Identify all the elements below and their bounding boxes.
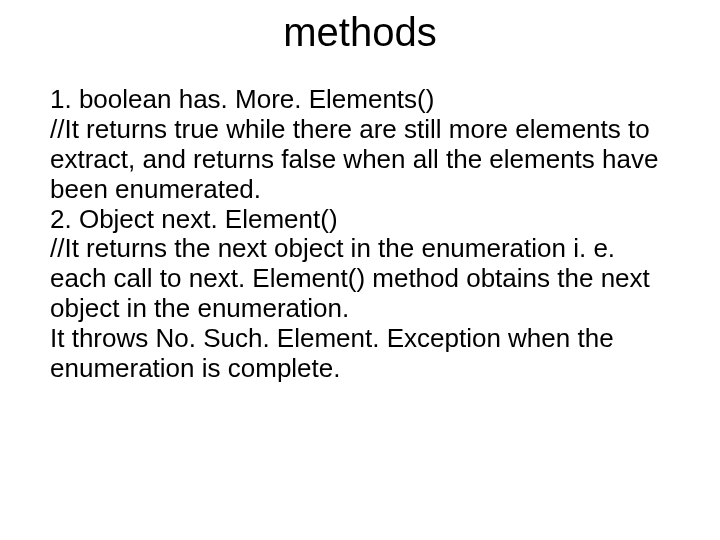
body-line-1: 1. boolean has. More. Elements() (50, 85, 660, 115)
slide-title: methods (0, 0, 720, 85)
body-line-5: It throws No. Such. Element. Exception w… (50, 324, 660, 384)
slide: methods 1. boolean has. More. Elements()… (0, 0, 720, 540)
slide-body: 1. boolean has. More. Elements() //It re… (0, 85, 720, 384)
body-line-3: 2. Object next. Element() (50, 205, 660, 235)
body-line-2: //It returns true while there are still … (50, 115, 660, 205)
body-line-4: //It returns the next object in the enum… (50, 234, 660, 324)
